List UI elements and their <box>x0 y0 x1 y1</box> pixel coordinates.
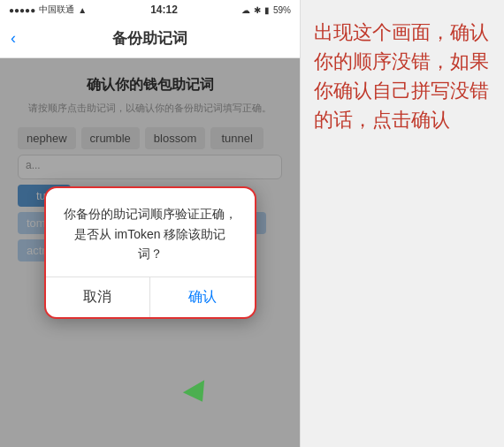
status-time: 14:12 <box>150 4 178 16</box>
carrier-name: 中国联通 <box>39 4 74 16</box>
confirmation-dialog: 你备份的助记词顺序验证正确，是否从 imToken 移除该助记词？ 取消 确认 <box>44 186 256 318</box>
back-button[interactable]: ‹ <box>11 29 16 48</box>
wifi-icon: ▲ <box>78 5 87 15</box>
status-left: ●●●●● 中国联通 ▲ <box>9 4 87 16</box>
dialog-confirm-button[interactable]: 确认 <box>150 277 255 317</box>
annotation-panel: 出现这个画面，确认你的顺序没错，如果你确认自己拼写没错的话，点击确认 <box>301 0 504 447</box>
annotation-text: 出现这个画面，确认你的顺序没错，如果你确认自己拼写没错的话，点击确认 <box>314 18 491 134</box>
dialog-message: 你备份的助记词顺序验证正确，是否从 imToken 移除该助记词？ <box>64 204 237 263</box>
battery-icon: ▮ <box>264 5 270 15</box>
dialog-buttons: 取消 确认 <box>46 277 255 317</box>
nav-bar: ‹ 备份助记词 <box>0 19 300 58</box>
battery-level: 59% <box>273 5 291 15</box>
green-arrow-icon <box>183 380 213 407</box>
status-bar: ●●●●● 中国联通 ▲ 14:12 ☁ ✱ ▮ 59% <box>0 0 300 19</box>
carrier-dots: ●●●●● <box>9 5 35 15</box>
bluetooth-icon: ✱ <box>254 5 261 15</box>
phone-screen: ●●●●● 中国联通 ▲ 14:12 ☁ ✱ ▮ 59% ‹ 备份助记词 确认你… <box>0 0 301 447</box>
dialog-body: 你备份的助记词顺序验证正确，是否从 imToken 移除该助记词？ <box>46 188 255 276</box>
signal-icon: ☁ <box>241 5 250 15</box>
status-right: ☁ ✱ ▮ 59% <box>241 5 291 15</box>
dialog-cancel-button[interactable]: 取消 <box>46 277 151 317</box>
main-content: 确认你的钱包助记词 请按顺序点击助记词，以确认你的备份助记词填写正确。 neph… <box>0 58 300 447</box>
dialog-overlay: 你备份的助记词顺序验证正确，是否从 imToken 移除该助记词？ 取消 确认 <box>0 58 300 447</box>
nav-title: 备份助记词 <box>112 28 187 49</box>
arrow-indicator <box>186 385 210 403</box>
